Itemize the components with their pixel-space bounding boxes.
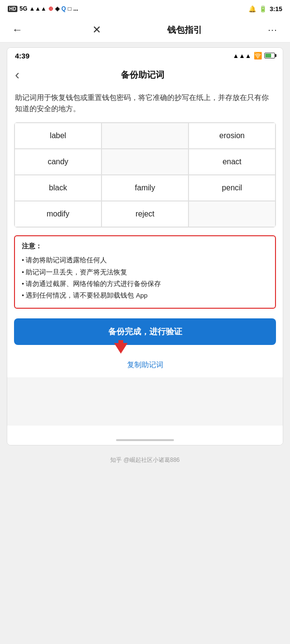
back-button[interactable]: ←: [9, 24, 26, 36]
mnemonic-word-4: candy: [14, 149, 102, 175]
app-icon1: ◈: [55, 5, 59, 12]
inner-page-title: 备份助记词: [23, 69, 261, 81]
inner-status-bar: 4:39 ▲▲▲ 🛜: [7, 48, 283, 63]
app-icon3: □: [68, 5, 71, 12]
home-bar: [7, 426, 283, 445]
outer-time: 3:15: [270, 5, 282, 13]
warning-item-4: • 遇到任何情况，请不要轻易卸载钱包 App: [22, 290, 268, 301]
warning-item-2: • 助记词一旦丢失，资产将无法恢复: [22, 267, 268, 278]
outer-status-right: 🔔 🔋 3:15: [248, 5, 282, 13]
inner-status-icons: ▲▲▲ 🛜: [232, 52, 275, 59]
bottom-area: [7, 377, 283, 426]
signal-5g: 5G: [19, 5, 27, 12]
warning-box: 注意： • 请勿将助记词透露给任何人 • 助记词一旦丢失，资产将无法恢复 • 请…: [14, 235, 276, 308]
inner-signal: ▲▲▲: [232, 52, 251, 59]
mnemonic-word-5: [102, 149, 188, 175]
inner-time: 4:39: [15, 52, 29, 60]
warning-item-1: • 请勿将助记词透露给任何人: [22, 255, 268, 266]
mnemonic-word-8: family: [102, 175, 188, 201]
mnemonic-word-12: [188, 201, 276, 227]
more-dots: ...: [73, 5, 78, 12]
signal-bars: ▲▲▲: [29, 5, 46, 12]
top-nav: ← ✕ 钱包指引 ···: [0, 17, 290, 43]
footer: 知乎 @崛起社区小诸葛886: [0, 450, 290, 472]
mnemonic-word-10: modify: [14, 201, 102, 227]
bell-icon: 🔔: [248, 5, 256, 13]
mnemonic-word-2: [102, 123, 188, 149]
mnemonic-word-11: reject: [102, 201, 188, 227]
outer-battery: 🔋: [259, 5, 267, 13]
description-text: 助记词用于恢复钱包或重置钱包密码，将它准确的抄写在纸上，并存放在只有你知道的安全…: [7, 86, 283, 122]
mnemonic-word-1: label: [14, 123, 102, 149]
copy-mnemonic-link[interactable]: 复制助记词: [7, 358, 283, 377]
inner-back-button[interactable]: ‹: [15, 67, 19, 83]
hd-badge: HD: [8, 6, 17, 12]
page-title: 钱包指引: [167, 24, 202, 36]
weibo-icon: ⊕: [48, 5, 53, 12]
inner-wifi: 🛜: [254, 52, 262, 59]
phone-content: 4:39 ▲▲▲ 🛜 ‹ 备份助记词 助记词用于恢复钱包或重置钱包密码，将它准确…: [7, 47, 283, 445]
mnemonic-word-7: black: [14, 175, 102, 201]
mnemonic-word-3: erosion: [188, 123, 276, 149]
outer-status-left: HD 5G ▲▲▲ ⊕ ◈ Q □ ...: [8, 5, 78, 12]
backup-complete-button[interactable]: 备份完成，进行验证: [14, 318, 276, 345]
footer-credit: 知乎 @崛起社区小诸葛886: [110, 457, 180, 463]
mnemonic-grid: label erosion candy enact black family p…: [14, 122, 276, 228]
inner-nav: ‹ 备份助记词: [7, 63, 283, 86]
mnemonic-word-9: pencil: [188, 175, 276, 201]
warning-title: 注意：: [22, 242, 268, 251]
warning-item-3: • 请勿通过截屏、网络传输的方式进行备份保存: [22, 278, 268, 290]
more-button[interactable]: ···: [264, 24, 281, 35]
mnemonic-word-6: enact: [188, 149, 276, 175]
button-area: 备份完成，进行验证: [7, 318, 283, 345]
outer-status-bar: HD 5G ▲▲▲ ⊕ ◈ Q □ ... 🔔 🔋 3:15: [0, 0, 290, 17]
close-button[interactable]: ✕: [88, 24, 105, 36]
home-bar-line: [116, 439, 174, 441]
inner-battery: [264, 53, 275, 58]
app-icon2: Q: [61, 5, 66, 12]
